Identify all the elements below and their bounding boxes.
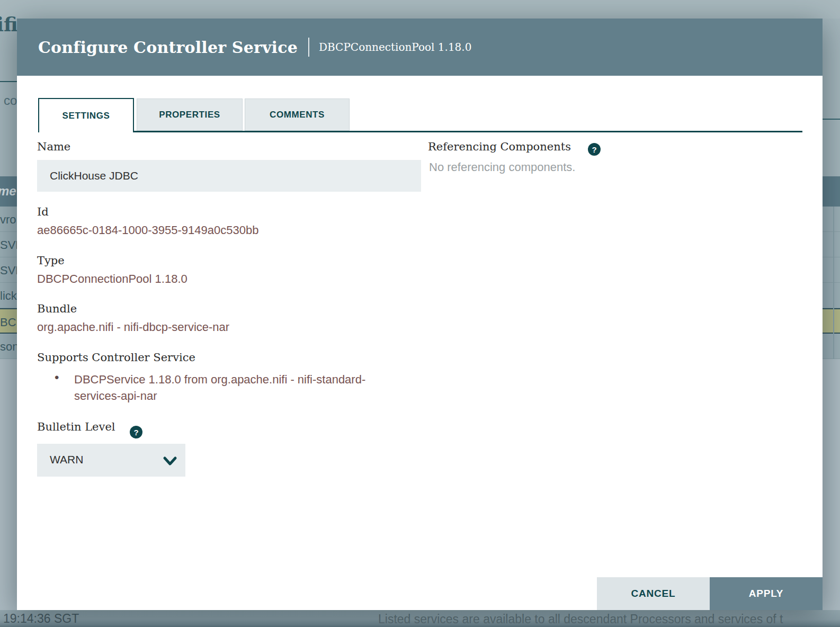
table-row: [823, 283, 840, 308]
configure-controller-service-dialog: Configure Controller Service DBCPConnect…: [17, 19, 823, 610]
background-tab-fragment: co: [4, 93, 17, 108]
table-row: son: [0, 334, 17, 359]
cancel-button-label: CANCEL: [631, 588, 676, 599]
dialog-subtitle: DBCPConnectionPool 1.18.0: [319, 41, 471, 53]
id-value: ae86665c-0184-1000-3955-9149a0c530bb: [37, 223, 258, 237]
background-panel-left: [0, 359, 17, 610]
supported-service-item: DBCPService 1.18.0 from org.apache.nifi …: [74, 371, 365, 404]
tab-underline: [133, 131, 802, 132]
supports-controller-service-label: Supports Controller Service: [37, 351, 195, 364]
tab-settings[interactable]: SETTINGS: [38, 98, 134, 132]
cancel-button[interactable]: CANCEL: [597, 577, 710, 610]
background-column-header-fragment: me: [0, 184, 16, 199]
table-row: [823, 334, 840, 359]
table-row-selected: [823, 308, 840, 334]
background-bottom-strip: 19:14:36 SGT Listed services are availab…: [0, 610, 840, 627]
bulletin-level-value: WARN: [50, 453, 83, 466]
background-top-strip: [0, 0, 840, 19]
chevron-down-icon: [162, 454, 178, 468]
table-row: lick: [0, 283, 17, 308]
background-table-rows-right: [823, 207, 840, 359]
name-label: Name: [37, 140, 70, 153]
apply-button[interactable]: APPLY: [710, 577, 823, 610]
tab-settings-label: SETTINGS: [62, 111, 110, 121]
tab-comments[interactable]: COMMENTS: [245, 98, 350, 131]
dialog-header: Configure Controller Service DBCPConnect…: [17, 19, 823, 76]
tab-properties-label: PROPERTIES: [159, 110, 220, 120]
tab-properties[interactable]: PROPERTIES: [137, 98, 243, 131]
no-referencing-components-text: No referencing components.: [429, 160, 575, 174]
name-input[interactable]: [37, 160, 421, 192]
table-row: [823, 207, 840, 232]
table-row-selected: BCP: [0, 308, 17, 334]
table-row: SVR: [0, 257, 17, 283]
apply-button-label: APPLY: [749, 588, 784, 599]
type-value: DBCPConnectionPool 1.18.0: [37, 272, 187, 286]
background-column-gridline: [833, 207, 834, 359]
help-icon[interactable]: ?: [588, 143, 601, 156]
referencing-components-label: Referencing Components: [428, 140, 571, 153]
table-row: SVR: [0, 232, 17, 257]
help-icon[interactable]: ?: [130, 426, 142, 438]
screen: ifig co me vro SVR SVR lick BCP son 19: [0, 0, 840, 627]
title-separator: [308, 38, 309, 57]
tab-comments-label: COMMENTS: [270, 110, 325, 120]
last-refreshed-timestamp: 19:14:36 SGT: [3, 612, 79, 626]
background-table-rows-left: vro SVR SVR lick BCP son: [0, 207, 17, 359]
bundle-value: org.apache.nifi - nifi-dbcp-service-nar: [37, 320, 229, 334]
background-divider-left: [0, 81, 17, 82]
bulletin-level-dropdown[interactable]: WARN: [37, 444, 185, 477]
table-row: [823, 257, 840, 283]
listed-services-note: Listed services are available to all des…: [378, 612, 783, 626]
background-panel-right: [823, 359, 840, 610]
table-row: vro: [0, 207, 17, 232]
background-table-header-right: [823, 176, 840, 207]
table-row: [823, 232, 840, 257]
bullet-icon: •: [55, 370, 59, 385]
id-label: Id: [37, 205, 49, 218]
type-label: Type: [37, 254, 65, 267]
bundle-label: Bundle: [37, 302, 77, 315]
bulletin-level-label: Bulletin Level: [37, 420, 115, 433]
dialog-title: Configure Controller Service: [38, 38, 298, 57]
background-table-header-left: me: [0, 176, 17, 207]
background-divider-right: [823, 119, 840, 120]
